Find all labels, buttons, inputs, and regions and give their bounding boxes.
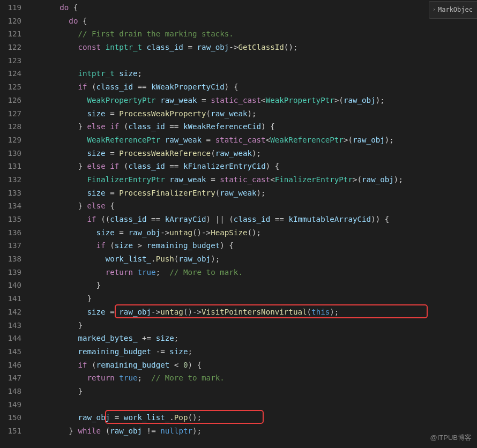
- line-number: 127: [0, 107, 21, 121]
- line-number: 132: [0, 173, 21, 186]
- line-number: 147: [0, 371, 21, 385]
- code-line[interactable]: intptr_t size;: [32, 67, 477, 80]
- line-number: 151: [0, 424, 21, 438]
- code-line[interactable]: const intptr_t class_id = raw_obj->GetCl…: [32, 41, 477, 54]
- code-line[interactable]: size = ProcessWeakReference(raw_weak);: [32, 147, 477, 160]
- code-line[interactable]: }: [32, 279, 477, 292]
- code-line[interactable]: do {: [32, 14, 477, 28]
- line-number: 146: [0, 359, 21, 372]
- line-number: 133: [0, 186, 21, 200]
- line-number: 119: [0, 1, 21, 14]
- code-line[interactable]: size = raw_obj->untag()->HeapSize();: [32, 226, 477, 240]
- code-line[interactable]: return true; // More to mark.: [32, 266, 477, 279]
- code-line[interactable]: } else {: [32, 199, 477, 213]
- code-line[interactable]: marked_bytes_ += size;: [32, 332, 477, 345]
- code-area[interactable]: do { do { // First drain the marking sta…: [32, 0, 477, 448]
- code-line[interactable]: WeakReferencePtr raw_weak = static_cast<…: [32, 133, 477, 147]
- line-number: 135: [0, 213, 21, 226]
- watermark: @ITPUB博客: [430, 431, 472, 445]
- line-number: 140: [0, 279, 21, 292]
- chevron-right-icon: ›: [433, 3, 436, 17]
- code-line[interactable]: if (class_id == kWeakPropertyCid) {: [32, 80, 477, 94]
- line-number: 126: [0, 94, 21, 107]
- line-number: 149: [0, 398, 21, 412]
- line-number: 138: [0, 252, 21, 266]
- code-line[interactable]: FinalizerEntryPtr raw_weak = static_cast…: [32, 173, 477, 186]
- code-editor: 1191201211221231241251261271281291301311…: [0, 0, 477, 448]
- line-number: 131: [0, 160, 21, 173]
- code-line[interactable]: return true; // More to mark.: [32, 371, 477, 385]
- code-line[interactable]: work_list_.Push(raw_obj);: [32, 252, 477, 266]
- line-number: 145: [0, 345, 21, 359]
- code-line[interactable]: [32, 54, 477, 68]
- code-line[interactable]: if ((class_id == kArrayCid) || (class_id…: [32, 213, 477, 226]
- line-number: 134: [0, 199, 21, 213]
- line-number: 148: [0, 385, 21, 398]
- line-number: 125: [0, 80, 21, 94]
- code-line[interactable]: [32, 398, 477, 412]
- code-line[interactable]: remaining_budget -= size;: [32, 345, 477, 359]
- line-number: 141: [0, 292, 21, 305]
- code-line[interactable]: do {: [32, 1, 477, 14]
- breadcrumb-peek[interactable]: › MarkObjec: [429, 1, 477, 19]
- line-number: 124: [0, 67, 21, 80]
- line-number: 120: [0, 14, 21, 28]
- line-number: 139: [0, 266, 21, 279]
- line-number: 136: [0, 226, 21, 240]
- code-line[interactable]: size = ProcessFinalizerEntry(raw_weak);: [32, 186, 477, 200]
- code-line[interactable]: raw_obj = work_list_.Pop();: [32, 411, 477, 424]
- code-line[interactable]: if (size > remaining_budget) {: [32, 239, 477, 252]
- code-line[interactable]: } else if (class_id == kWeakReferenceCid…: [32, 120, 477, 133]
- line-number: 137: [0, 239, 21, 252]
- line-number: 128: [0, 120, 21, 133]
- line-number: 143: [0, 319, 21, 332]
- code-line[interactable]: size = ProcessWeakProperty(raw_weak);: [32, 107, 477, 121]
- line-number: 129: [0, 133, 21, 147]
- line-number: 130: [0, 147, 21, 160]
- code-line[interactable]: WeakPropertyPtr raw_weak = static_cast<W…: [32, 94, 477, 107]
- line-number: 150: [0, 411, 21, 424]
- code-line[interactable]: } while (raw_obj != nullptr);: [32, 424, 477, 438]
- line-number: 123: [0, 54, 21, 68]
- line-number-gutter: 1191201211221231241251261271281291301311…: [0, 0, 32, 448]
- code-line[interactable]: }: [32, 385, 477, 398]
- code-line[interactable]: }: [32, 292, 477, 305]
- code-line[interactable]: if (remaining_budget < 0) {: [32, 359, 477, 372]
- line-number: 121: [0, 27, 21, 41]
- line-number: 144: [0, 332, 21, 345]
- code-line[interactable]: size = raw_obj->untag()->VisitPointersNo…: [32, 305, 477, 319]
- line-number: 122: [0, 41, 21, 54]
- line-number: 142: [0, 305, 21, 319]
- peek-label: MarkObjec: [438, 3, 473, 17]
- code-line[interactable]: // First drain the marking stacks.: [32, 27, 477, 41]
- code-line[interactable]: }: [32, 319, 477, 332]
- code-line[interactable]: } else if (class_id == kFinalizerEntryCi…: [32, 160, 477, 173]
